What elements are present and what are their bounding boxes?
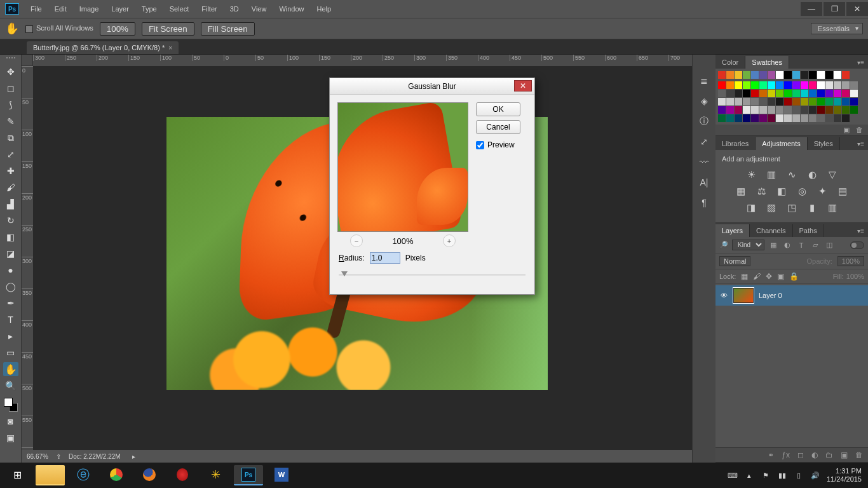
- swatch[interactable]: [792, 98, 800, 105]
- swatch[interactable]: [768, 114, 775, 122]
- adjustments-flyout-icon[interactable]: ▾≡: [853, 138, 868, 150]
- filter-toggle[interactable]: [850, 241, 864, 249]
- swatch[interactable]: [801, 106, 808, 114]
- swatch[interactable]: [776, 98, 783, 105]
- adj-bw-icon[interactable]: ◧: [776, 186, 787, 197]
- brush-tool[interactable]: 🖌: [3, 180, 18, 194]
- swatch[interactable]: [842, 106, 850, 114]
- marquee-tool[interactable]: ◻: [3, 81, 18, 95]
- swatch[interactable]: [825, 114, 833, 122]
- quick-mask-button[interactable]: ◙: [3, 414, 18, 428]
- volume-tray-icon[interactable]: 🔊: [810, 470, 820, 480]
- swatch[interactable]: [784, 114, 792, 122]
- word-icon[interactable]: W: [267, 465, 296, 485]
- swatch[interactable]: [743, 71, 750, 79]
- eyedropper-tool[interactable]: ⤢: [3, 147, 18, 161]
- battery-tray-icon[interactable]: ▯: [794, 470, 804, 480]
- preview-zoom-out-icon[interactable]: −: [350, 234, 363, 247]
- path-select-tool[interactable]: ▸: [3, 329, 18, 343]
- swatch[interactable]: [784, 81, 792, 89]
- keyboard-tray-icon[interactable]: ⌨: [728, 470, 738, 480]
- swatch[interactable]: [809, 114, 817, 122]
- menu-image[interactable]: Image: [73, 0, 105, 18]
- add-mask-icon[interactable]: ◻: [797, 451, 804, 459]
- layer-thumbnail[interactable]: [733, 288, 754, 303]
- tools-grip[interactable]: [2, 57, 20, 62]
- lock-transparency-icon[interactable]: ▦: [741, 272, 748, 281]
- swatch[interactable]: [825, 90, 833, 97]
- eraser-tool[interactable]: ◧: [3, 230, 18, 244]
- swatch[interactable]: [834, 98, 841, 105]
- gradient-tool[interactable]: ◪: [3, 247, 18, 261]
- swatch[interactable]: [842, 81, 850, 89]
- swatch[interactable]: [718, 106, 726, 114]
- swatch[interactable]: [735, 106, 742, 114]
- close-button[interactable]: ✕: [846, 2, 868, 16]
- tab-styles[interactable]: Styles: [808, 137, 840, 150]
- workspace-switcher[interactable]: Essentials: [811, 23, 863, 34]
- history-panel-icon[interactable]: ≣: [697, 74, 711, 88]
- adj-gradient-map-icon[interactable]: ▮: [806, 202, 818, 214]
- visibility-eye-icon[interactable]: 👁: [719, 292, 728, 299]
- firefox-icon[interactable]: [135, 465, 164, 485]
- lock-all-icon[interactable]: 🔒: [789, 272, 799, 281]
- tab-adjustments[interactable]: Adjustments: [756, 137, 808, 150]
- brushes-panel-icon[interactable]: 〰: [697, 155, 711, 169]
- swatch[interactable]: [809, 71, 817, 79]
- swatch[interactable]: [834, 81, 841, 89]
- swatch[interactable]: [759, 114, 767, 122]
- swatch[interactable]: [842, 71, 850, 79]
- swatch[interactable]: [776, 81, 783, 89]
- swatch[interactable]: [825, 106, 833, 114]
- swatch[interactable]: [718, 90, 726, 97]
- swatch[interactable]: [817, 114, 825, 122]
- radius-slider[interactable]: [339, 270, 526, 280]
- lock-position-icon[interactable]: ✥: [766, 272, 772, 281]
- swatch[interactable]: [726, 106, 734, 114]
- swatch[interactable]: [792, 81, 800, 89]
- adj-selective-color-icon[interactable]: ▥: [827, 202, 838, 214]
- lasso-tool[interactable]: ⟆: [3, 98, 18, 112]
- hand-tool[interactable]: ✋: [3, 362, 18, 376]
- swatch[interactable]: [842, 90, 850, 97]
- dialog-titlebar[interactable]: Gaussian Blur ✕: [330, 78, 534, 95]
- move-tool[interactable]: ✥: [3, 65, 18, 79]
- file-explorer-icon[interactable]: [36, 465, 65, 485]
- delete-layer-icon[interactable]: 🗑: [855, 451, 863, 459]
- swatch[interactable]: [776, 114, 783, 122]
- swatch[interactable]: [834, 90, 841, 97]
- blur-tool[interactable]: ●: [3, 263, 18, 277]
- link-layers-icon[interactable]: ⚭: [768, 451, 774, 459]
- ie-icon[interactable]: ⓔ: [69, 465, 98, 485]
- swatch[interactable]: [801, 114, 808, 122]
- swatch[interactable]: [718, 114, 726, 122]
- tab-paths[interactable]: Paths: [793, 224, 824, 237]
- menu-window[interactable]: Window: [273, 0, 310, 18]
- swatch[interactable]: [817, 81, 825, 89]
- tray-clock[interactable]: 1:31 PM 11/24/2015: [827, 467, 865, 484]
- swatch[interactable]: [817, 98, 825, 105]
- adj-channel-mixer-icon[interactable]: ✦: [817, 186, 828, 197]
- swatch[interactable]: [726, 90, 734, 97]
- swatch[interactable]: [726, 98, 734, 105]
- chrome-icon[interactable]: [102, 465, 131, 485]
- menu-layer[interactable]: Layer: [105, 0, 135, 18]
- tab-libraries[interactable]: Libraries: [715, 137, 756, 150]
- ok-button[interactable]: OK: [476, 102, 520, 116]
- swatch[interactable]: [743, 114, 750, 122]
- swatch[interactable]: [735, 81, 742, 89]
- scroll-all-windows-checkbox[interactable]: Scroll All Windows: [25, 24, 93, 32]
- swatch[interactable]: [768, 98, 775, 105]
- document-tab[interactable]: Butterfly.jpg @ 66.7% (Layer 0, CMYK/8) …: [27, 41, 179, 54]
- swatch[interactable]: [735, 71, 742, 79]
- adj-hue-icon[interactable]: ▦: [735, 186, 747, 197]
- filter-pixel-icon[interactable]: ▦: [768, 240, 778, 250]
- fill-field[interactable]: 100%: [846, 273, 864, 280]
- swatch[interactable]: [801, 81, 808, 89]
- swatch[interactable]: [759, 81, 767, 89]
- lock-pixels-icon[interactable]: 🖌: [753, 272, 761, 281]
- document-tab-close-icon[interactable]: ×: [168, 44, 172, 51]
- zoom-tool[interactable]: 🔍: [3, 379, 18, 393]
- adj-photo-filter-icon[interactable]: ◎: [796, 186, 808, 197]
- swatch[interactable]: [842, 98, 850, 105]
